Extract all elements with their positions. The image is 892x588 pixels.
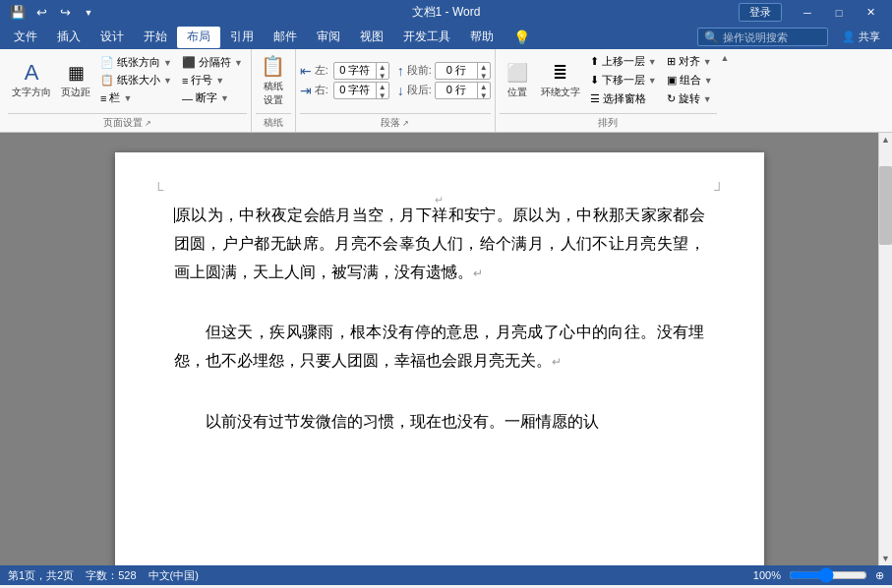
search-input[interactable] [723,31,821,43]
select-pane-icon: ☰ [590,92,600,105]
select-pane-button[interactable]: ☰ 选择窗格 [586,90,661,107]
document-page[interactable]: └ ┘ ↵ 原以为，中秋夜定会皓月当空，月下祥和安宁。原以为，中秋那天家家都会团… [115,152,764,565]
redo-button[interactable]: ↪ [55,3,75,23]
quick-access-buttons: 💾 ↩ ↪ ▼ [8,3,98,23]
space-after-input[interactable] [436,85,477,96]
space-before-input-group: ▲ ▼ [435,62,491,80]
align-button[interactable]: ⊞ 对齐 ▼ [663,53,717,70]
space-after-down[interactable]: ▼ [478,91,490,100]
menu-bar-right: 🔍 👤 共享 [697,28,888,46]
text-direction-icon: A [25,62,39,84]
line-number-button[interactable]: ≡ 行号 ▼ [178,72,247,88]
layer-buttons: ⬆ 上移一层 ▼ ⬇ 下移一层 ▼ ☰ 选择窗格 [586,53,661,107]
bring-forward-button[interactable]: ⬆ 上移一层 ▼ [586,53,661,70]
paper-size-icon: 📋 [100,74,114,87]
paragraph-3[interactable]: 以前没有过节发微信的习惯，现在也没有。一厢情愿的认 [174,408,705,437]
indent-right-input[interactable] [334,85,376,96]
page-setup-expand-icon[interactable]: ↗ [145,119,151,128]
arrange-group-label: 排列 [500,113,717,132]
indent-right-up[interactable]: ▲ [377,83,388,91]
menu-layout[interactable]: 布局 [177,27,220,48]
save-button[interactable]: 💾 [8,3,28,23]
indent-right-row: ⇥ 右: ▲ ▼ [300,82,389,99]
space-before-down[interactable]: ▼ [478,72,490,81]
indent-left-input-group: ▲ ▼ [333,62,389,80]
menu-design[interactable]: 设计 [90,27,134,48]
search-icon: 🔍 [704,30,719,44]
ribbon-group-content-page-setup: A 文字方向 ▦ 页边距 📄 纸张方向 ▼ 📋 纸张大小 ▼ [8,49,247,111]
paper-orientation-button[interactable]: 📄 纸张方向 ▼ [96,54,176,71]
enter-mark-top: ↵ [435,194,444,206]
menu-developer[interactable]: 开发工具 [393,27,460,48]
maximize-button[interactable]: □ [825,0,853,25]
indent-left-icon: ⇤ [300,63,312,79]
indent-left-down[interactable]: ▼ [377,72,388,81]
space-after-row: ↓ 段后: ▲ ▼ [397,82,491,99]
search-box: 🔍 [697,28,828,46]
indent-left-input[interactable] [334,65,376,77]
orientation-arrow: ▼ [163,58,172,68]
paragraph-expand-icon[interactable]: ↗ [402,119,409,128]
text-direction-button[interactable]: A 文字方向 [8,60,55,101]
margin-label: 页边距 [61,86,90,99]
scroll-up-button[interactable]: ▲ [879,133,892,147]
menu-bar: 文件 插入 设计 开始 布局 引用 邮件 审阅 视图 开发工具 帮助 💡 🔍 👤… [0,25,892,49]
position-button[interactable]: ⬜ 位置 [500,60,535,101]
send-backward-button[interactable]: ⬇ 下移一层 ▼ [586,72,661,88]
space-before-input[interactable] [436,65,477,77]
position-label: 位置 [507,86,527,99]
ribbon-collapse[interactable]: ▲ [721,49,735,132]
menu-view[interactable]: 视图 [350,27,393,48]
login-button[interactable]: 登录 [739,3,782,22]
menu-insert[interactable]: 插入 [47,27,90,48]
indent-left-up[interactable]: ▲ [377,63,388,72]
column-button[interactable]: ≡ 栏 ▼ [96,89,176,106]
indent-right-down[interactable]: ▼ [377,91,388,100]
scroll-track[interactable] [879,147,892,552]
menu-mail[interactable]: 邮件 [264,27,307,48]
document-text[interactable]: 原以为，中秋夜定会皓月当空，月下祥和安宁。原以为，中秋那天家家都会团圆，户户都无… [174,202,705,436]
paper-group-label: 稿纸 [256,113,291,132]
space-after-input-group: ▲ ▼ [435,82,491,99]
paragraph-group-label: 段落 ↗ [300,113,491,132]
scroll-thumb[interactable] [879,166,892,245]
text-cursor [174,207,175,223]
hyphen-button[interactable]: — 断字 ▼ [178,89,247,106]
wrap-text-button[interactable]: ≣ 环绕文字 [537,60,584,101]
group-icon: ▣ [667,74,677,87]
page-mark-tr: ┘ [715,182,725,198]
share-button[interactable]: 👤 共享 [834,29,888,45]
paper-size-button[interactable]: 📋 纸张大小 ▼ [96,72,176,88]
page-break-button[interactable]: ⬛ 分隔符 ▼ [178,54,247,71]
menu-review[interactable]: 审阅 [307,27,350,48]
menu-references[interactable]: 引用 [220,27,264,48]
zoom-in-button[interactable]: ⊕ [875,569,884,582]
send-backward-icon: ⬇ [590,74,599,87]
paper-settings-button[interactable]: 📋 稿纸设置 [256,52,291,109]
line-number-icon: ≡ [182,75,188,87]
close-button[interactable]: ✕ [857,0,884,25]
space-after-up[interactable]: ▲ [478,83,490,91]
paragraph-1[interactable]: 原以为，中秋夜定会皓月当空，月下祥和安宁。原以为，中秋那天家家都会团圆，户户都无… [174,202,705,286]
group-button[interactable]: ▣ 组合 ▼ [663,72,717,88]
paragraph-2[interactable]: 但这天，疾风骤雨，根本没有停的意思，月亮成了心中的向往。没有埋怨，也不必埋怨，只… [174,319,705,376]
menu-home[interactable]: 开始 [134,27,177,48]
bring-forward-arrow: ▼ [648,57,657,67]
para-mark-2: ↵ [552,355,562,369]
status-bar-right: 100% ⊕ [753,567,884,583]
menu-file[interactable]: 文件 [4,27,47,48]
window-title: 文档1 - Word [412,4,481,21]
scroll-down-button[interactable]: ▼ [879,552,892,565]
zoom-slider[interactable] [789,567,867,583]
rotate-icon: ↻ [667,92,676,105]
menu-tips-icon[interactable]: 💡 [504,27,540,48]
margin-button[interactable]: ▦ 页边距 [57,60,94,101]
space-before-up[interactable]: ▲ [478,63,490,72]
rotate-button[interactable]: ↻ 旋转 ▼ [663,90,717,107]
undo-button[interactable]: ↩ [31,3,51,23]
document-scroll: └ ┘ ↵ 原以为，中秋夜定会皓月当空，月下祥和安宁。原以为，中秋那天家家都会团… [0,133,878,565]
quick-access-dropdown[interactable]: ▼ [79,3,98,23]
minimize-button[interactable]: ─ [794,0,821,25]
menu-help[interactable]: 帮助 [460,27,504,48]
ribbon-group-page-setup: A 文字方向 ▦ 页边距 📄 纸张方向 ▼ 📋 纸张大小 ▼ [4,49,252,132]
